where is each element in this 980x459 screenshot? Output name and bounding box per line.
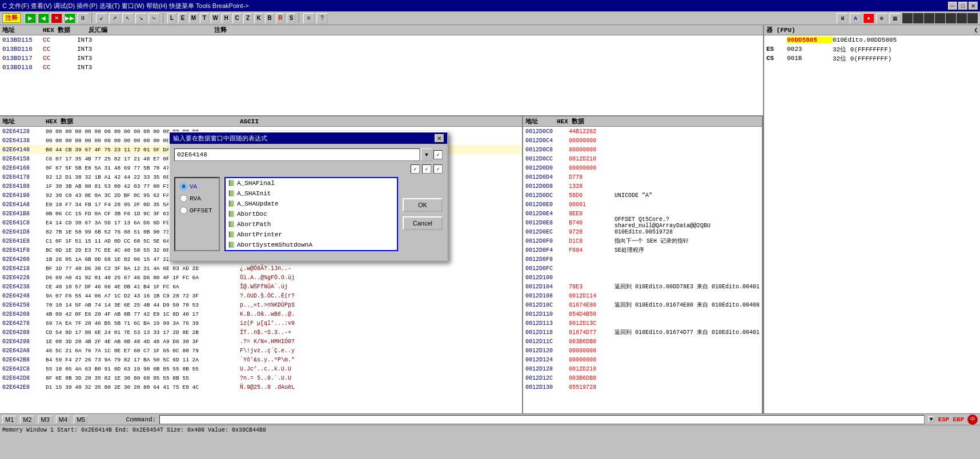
dialog-check-row: ✓ ✓ ✓ [174, 164, 443, 174]
dialog-list-item[interactable]: 📗A_SHAFinal [226, 178, 397, 188]
radio-offset[interactable] [180, 207, 187, 214]
dialog-list-container: 📗A_SHAFinal📗A_SHAInit📗A_SHAUpdate📗AbortD… [224, 177, 398, 251]
book-icon: 📗 [228, 180, 235, 187]
book-icon: 📗 [228, 211, 235, 218]
radio-rva-label[interactable]: RVA [180, 195, 214, 202]
dialog-title-bar: 输入要在数据窗口中跟随的表达式 ✕ [170, 132, 447, 144]
dialog-list-item[interactable]: 📗AbortSystemShutdownW [226, 250, 397, 251]
dialog-action-buttons: OK Cancel [403, 177, 443, 251]
dialog-input-row: ▼ ✓ [174, 148, 443, 161]
radio-offset-label[interactable]: OFFSET [180, 207, 214, 214]
dialog-check4[interactable]: ✓ [433, 164, 443, 174]
dialog-list-item[interactable]: 📗AbortPath [226, 219, 397, 230]
dialog-body: ▼ ✓ ✓ ✓ ✓ VA RVA [170, 144, 447, 260]
dialog-check2[interactable]: ✓ [411, 164, 420, 174]
dialog-expression-input[interactable] [174, 148, 420, 161]
dialog-main-row: VA RVA OFFSET 📗A_SHAFinal📗A_SHAInit📗A_SH… [174, 177, 443, 251]
dialog-cancel-btn[interactable]: Cancel [403, 216, 443, 230]
dialog-check1[interactable]: ✓ [433, 150, 443, 159]
dialog-overlay: 输入要在数据窗口中跟随的表达式 ✕ ▼ ✓ ✓ ✓ ✓ VA [0, 0, 980, 459]
book-icon: 📗 [228, 190, 235, 197]
dialog-list-item[interactable]: 📗A_SHAUpdate [226, 199, 397, 209]
dialog: 输入要在数据窗口中跟随的表达式 ✕ ▼ ✓ ✓ ✓ ✓ VA [168, 131, 448, 261]
radio-va-label[interactable]: VA [180, 183, 214, 190]
dialog-list-item[interactable]: 📗A_SHAInit [226, 188, 397, 199]
dialog-list-item[interactable]: 📗AbortPrinter [226, 230, 397, 240]
dialog-dropdown-btn[interactable]: ▼ [421, 148, 432, 161]
dialog-radio-group: VA RVA OFFSET [174, 177, 220, 251]
radio-rva[interactable] [180, 195, 187, 202]
book-icon: 📗 [228, 231, 235, 238]
dialog-list-item[interactable]: 📗AbortSystemShutdownA [226, 240, 397, 250]
dialog-check3[interactable]: ✓ [422, 164, 431, 174]
dialog-ok-btn[interactable]: OK [403, 198, 443, 212]
book-icon: 📗 [228, 241, 235, 248]
book-icon: 📗 [228, 221, 235, 228]
dialog-title-text: 输入要在数据窗口中跟随的表达式 [173, 134, 267, 143]
dialog-list-item[interactable]: 📗AbortDoc [226, 209, 397, 219]
book-icon: 📗 [228, 200, 235, 207]
dialog-close-btn[interactable]: ✕ [435, 134, 444, 142]
radio-va[interactable] [180, 183, 187, 190]
